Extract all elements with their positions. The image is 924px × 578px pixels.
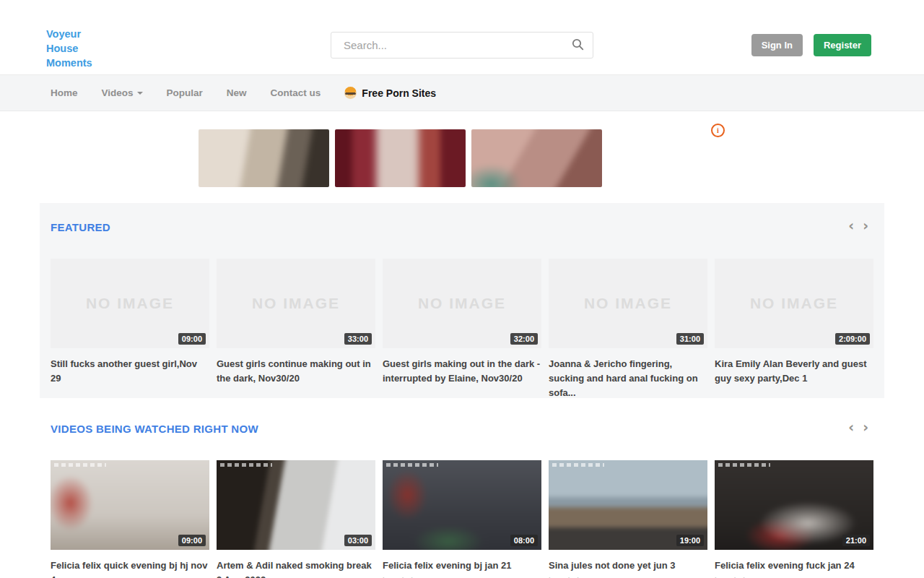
nav-new[interactable]: New [227,87,247,98]
video-title[interactable]: Guest girls continue making out in the d… [217,357,375,386]
video-title[interactable]: Felicia felix evening fuck jan 24 [715,558,873,573]
nav-free-porn-sites[interactable]: Free Porn Sites [344,87,436,99]
video-title[interactable]: Kira Emily Alan Beverly and guest guy se… [715,357,873,386]
video-card[interactable]: NO IMAGE32:00Guest girls making out in t… [383,259,541,400]
header: Voyeur House Moments Sign In Register [0,0,924,74]
carousel-next-button[interactable]: › [863,420,868,434]
video-thumbnail[interactable]: 09:00 [51,460,209,550]
duration-badge: 2:09:00 [835,333,870,345]
nav-free-porn-sites-label: Free Porn Sites [362,87,436,99]
carousel-controls: ‹ › [848,420,868,434]
nav-videos[interactable]: Videos [102,87,143,98]
video-thumbnail[interactable]: 19:00 [549,460,707,550]
auth-buttons: Sign In Register [751,34,871,56]
video-thumbnail[interactable]: NO IMAGE09:00 [51,259,209,348]
video-title[interactable]: Sina jules not done yet jun 3 [549,558,707,573]
video-title[interactable]: Joanna & Jericho fingering, sucking and … [549,357,707,400]
page: Voyeur House Moments Sign In Register Ho… [0,0,924,578]
logo-line-1: Voyeur [46,27,92,41]
video-thumbnail[interactable]: NO IMAGE32:00 [383,259,541,348]
video-card[interactable]: NO IMAGE33:00Guest girls continue making… [217,259,375,400]
free-porn-sites-icon [344,87,357,99]
video-thumbnail[interactable]: NO IMAGE33:00 [217,259,375,348]
video-thumbnail[interactable]: NO IMAGE31:00 [549,259,707,348]
search-input[interactable] [342,38,572,52]
section-title-featured: FEATURED [51,221,110,233]
nav-popular[interactable]: Popular [167,87,203,98]
logo-line-2: House [46,41,92,56]
nav-contact-us[interactable]: Contact us [271,87,321,98]
nav-videos-label: Videos [102,87,134,98]
search-bar [331,32,593,59]
ad-thumbnail-1[interactable] [199,129,329,187]
carousel-prev-button[interactable]: ‹ [848,420,854,434]
video-card[interactable]: NO IMAGE31:00Joanna & Jericho fingering,… [549,259,707,400]
nav-contact-label: Contact us [271,87,321,98]
video-title[interactable]: Guest girls making out in the dark - int… [383,357,541,386]
ad-info-icon[interactable]: i [711,124,725,137]
watched-card-list: 09:00Felicia felix quick evening bj hj n… [51,460,873,578]
duration-badge: 08:00 [510,535,538,546]
video-thumbnail[interactable]: 21:00 [715,460,873,550]
duration-badge: 03:00 [344,535,372,546]
duration-badge: 09:00 [178,535,206,546]
video-title[interactable]: Felicia felix quick evening bj hj nov 4 [51,558,209,578]
video-card[interactable]: 09:00Felicia felix quick evening bj hj n… [51,460,209,578]
duration-badge: 09:00 [178,333,206,345]
register-button[interactable]: Register [814,34,871,56]
video-thumbnail[interactable]: NO IMAGE2:09:00 [715,259,873,348]
video-title[interactable]: Artem & Adil naked smoking break 3 Aug 2… [217,558,375,578]
chevron-down-icon [137,92,143,95]
duration-badge: 31:00 [676,333,704,345]
video-card[interactable]: NO IMAGE2:09:00Kira Emily Alan Beverly a… [715,259,873,400]
video-card[interactable]: 21:00Felicia felix evening fuck jan 24by… [715,460,873,578]
nav-home-label: Home [51,87,78,98]
featured-card-list: NO IMAGE09:00Still fucks another guest g… [51,259,873,400]
section-title-watched-now: VIDEOS BEING WATCHED RIGHT NOW [51,423,258,435]
duration-badge: 33:00 [344,333,372,345]
video-title[interactable]: Still fucks another guest girl,Nov 29 [51,357,209,386]
carousel-prev-button[interactable]: ‹ [848,219,854,233]
video-title[interactable]: Felicia felix evening bj jan 21 [383,558,541,573]
search-button[interactable] [572,38,584,53]
carousel-next-button[interactable]: › [863,219,868,233]
main-nav: Home Videos Popular New Contact us Free … [0,74,924,111]
nav-new-label: New [227,87,247,98]
ad-thumbnail-3[interactable] [471,129,602,187]
nav-popular-label: Popular [167,87,203,98]
duration-badge: 32:00 [510,333,538,345]
video-card[interactable]: 19:00Sina jules not done yet jun 3by adm… [549,460,707,578]
video-card[interactable]: NO IMAGE09:00Still fucks another guest g… [51,259,209,400]
video-card[interactable]: 08:00Felicia felix evening bj jan 21by a… [383,460,541,578]
duration-badge: 21:00 [842,535,870,546]
ad-thumbnail-2[interactable] [335,129,466,187]
search-icon [572,38,584,53]
video-thumbnail[interactable]: 03:00 [217,460,375,550]
nav-home[interactable]: Home [51,87,78,98]
site-logo[interactable]: Voyeur House Moments [46,27,92,70]
logo-line-3: Moments [46,56,92,70]
carousel-controls: ‹ › [848,219,868,233]
section-watched-now: VIDEOS BEING WATCHED RIGHT NOW ‹ › 09:00… [40,405,884,578]
duration-badge: 19:00 [676,535,704,546]
video-card[interactable]: 03:00Artem & Adil naked smoking break 3 … [217,460,375,578]
video-thumbnail[interactable]: 08:00 [383,460,541,550]
section-featured: FEATURED ‹ › NO IMAGE09:00Still fucks an… [40,203,884,398]
sign-in-button[interactable]: Sign In [751,34,803,56]
